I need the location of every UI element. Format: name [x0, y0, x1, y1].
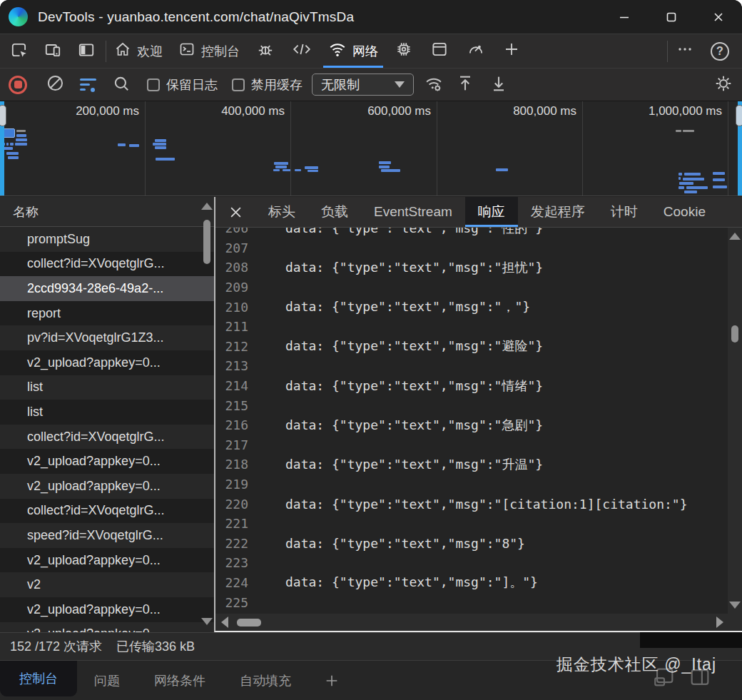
more-tools-button[interactable]: [668, 34, 702, 68]
scroll-right-icon[interactable]: [716, 617, 723, 628]
close-detail-button[interactable]: [215, 197, 255, 227]
detail-tab-label: Cookie: [664, 204, 706, 220]
tab-console[interactable]: 控制台: [171, 34, 248, 68]
request-row[interactable]: list: [0, 400, 214, 425]
request-row[interactable]: collect?id=XVoqetglrG...: [0, 252, 214, 277]
code-line: 222 data: {"type":"text","msg":"8"}: [215, 534, 728, 554]
requests-scrollbar[interactable]: [201, 203, 213, 625]
drawer-tab[interactable]: 问题: [77, 661, 137, 700]
drawer-tab[interactable]: 网络条件: [137, 661, 223, 700]
scroll-down-icon[interactable]: [729, 602, 741, 609]
disable-cache-checkbox[interactable]: [232, 78, 245, 91]
scroll-thumb[interactable]: [237, 619, 261, 627]
tab-network[interactable]: 网络: [320, 34, 386, 68]
detail-tab[interactable]: 响应: [465, 197, 518, 227]
response-view: 206 data: {"type":"text","msg":"性的"} 207…: [215, 228, 728, 614]
request-bar: [686, 186, 708, 189]
line-number: 223: [215, 555, 248, 570]
minimize-button[interactable]: [601, 0, 648, 34]
scroll-left-icon[interactable]: [221, 617, 228, 628]
request-name: speed?id=XVoqetglrG...: [27, 528, 163, 543]
request-bar: [683, 130, 694, 132]
add-drawer-tab-button[interactable]: [308, 661, 355, 700]
line-text: data: {"type":"text","msg":"，"}: [285, 298, 530, 315]
drawer-tabs: 控制台 问题 网络条件 自动填充: [0, 661, 308, 700]
request-row[interactable]: v2_upload?appkey=0...: [0, 597, 214, 622]
code-line: 223: [215, 553, 728, 573]
preserve-log-checkbox[interactable]: [147, 78, 160, 91]
scroll-up-icon[interactable]: [729, 233, 741, 240]
code-line: 206 data: {"type":"text","msg":"性的"}: [215, 228, 728, 238]
search-button[interactable]: [112, 74, 131, 96]
request-row[interactable]: v2_upload?appkey=0...: [0, 350, 214, 375]
tab-memory[interactable]: [386, 34, 422, 68]
line-text: data: {"type":"text","msg":"性的"}: [285, 228, 543, 237]
tab-debugger[interactable]: [248, 34, 283, 68]
tab-welcome[interactable]: 欢迎: [106, 34, 171, 68]
tab-application[interactable]: [422, 34, 457, 68]
request-name: v2_upload?appkey=0...: [27, 627, 161, 632]
maximize-button[interactable]: [648, 0, 695, 34]
request-row[interactable]: list: [0, 375, 214, 400]
request-row[interactable]: v2_upload?appkey=0...: [0, 622, 214, 633]
drawer-tab[interactable]: 自动填充: [223, 661, 308, 700]
throttling-select[interactable]: 无限制: [312, 73, 414, 96]
inspect-element-icon[interactable]: [10, 41, 29, 62]
drawer-tab[interactable]: 控制台: [0, 661, 77, 696]
grid-line: [437, 101, 437, 196]
close-button[interactable]: [695, 0, 742, 34]
request-row[interactable]: v2: [0, 572, 214, 597]
network-conditions-button[interactable]: [424, 73, 444, 96]
grid-line: [290, 101, 291, 196]
request-row[interactable]: 2ccd9934-28e6-49a2-...: [0, 276, 214, 301]
request-row[interactable]: collect?id=XVoqetglrG...: [0, 425, 214, 450]
request-row[interactable]: v2_upload?appkey=0...: [0, 474, 214, 499]
line-number: 225: [215, 595, 248, 610]
detail-tab[interactable]: 计时: [598, 197, 651, 227]
line-number: 208: [215, 260, 248, 275]
line-number: 207: [215, 240, 248, 255]
preserve-log-label: 保留日志: [166, 76, 218, 93]
detail-tab[interactable]: EventStream: [361, 197, 465, 227]
detail-tab[interactable]: 负载: [308, 197, 361, 227]
clear-button[interactable]: [46, 73, 65, 96]
overview-left-grip[interactable]: [0, 105, 6, 126]
request-row[interactable]: speed?id=XVoqetglrG...: [0, 523, 214, 548]
tab-performance[interactable]: [457, 34, 494, 68]
name-column-header[interactable]: 名称: [0, 197, 214, 227]
timeline-overview[interactable]: 200,000 ms400,000 ms600,000 ms800,000 ms…: [0, 101, 742, 196]
help-button[interactable]: ?: [702, 34, 738, 68]
scroll-up-icon[interactable]: [201, 203, 213, 210]
filter-button[interactable]: [80, 78, 97, 91]
tab-sources[interactable]: [283, 34, 320, 68]
scroll-thumb[interactable]: [203, 220, 210, 264]
detail-tab[interactable]: 发起程序: [518, 197, 598, 227]
device-emulation-icon[interactable]: [44, 41, 62, 62]
code-line: 212 data: {"type":"text","msg":"避险"}: [215, 337, 728, 357]
detail-tab-label: 发起程序: [531, 203, 585, 221]
scroll-thumb[interactable]: [731, 325, 738, 343]
request-bar: [275, 166, 287, 168]
add-panel-button[interactable]: [494, 34, 529, 68]
request-row[interactable]: collect?id=XVoqetglrG...: [0, 499, 214, 524]
request-row[interactable]: promptSug: [0, 227, 214, 252]
detail-tab-label: 计时: [611, 203, 638, 221]
detail-tab[interactable]: Cookie: [651, 197, 718, 227]
request-row[interactable]: pv?id=XVoqetglrG1Z3...: [0, 325, 214, 350]
detail-tab[interactable]: 标头: [255, 197, 308, 227]
dock-layout-icon[interactable]: [77, 41, 96, 62]
request-row[interactable]: report: [0, 301, 214, 326]
request-row[interactable]: v2_upload?appkey=0...: [0, 449, 214, 474]
scroll-down-icon[interactable]: [201, 618, 213, 625]
response-vertical-scrollbar[interactable]: [728, 228, 742, 614]
network-toolbar: 保留日志 禁用缓存 无限制: [0, 68, 742, 101]
request-bar: [381, 169, 400, 172]
overview-right-grip[interactable]: [736, 105, 742, 126]
response-horizontal-scrollbar[interactable]: [215, 614, 728, 631]
export-har-button[interactable]: [489, 73, 509, 96]
network-settings-button[interactable]: [714, 74, 733, 96]
import-har-button[interactable]: [455, 73, 475, 96]
record-button[interactable]: [9, 76, 27, 94]
request-row[interactable]: v2_upload?appkey=0...: [0, 548, 214, 573]
request-bar: [15, 143, 27, 146]
